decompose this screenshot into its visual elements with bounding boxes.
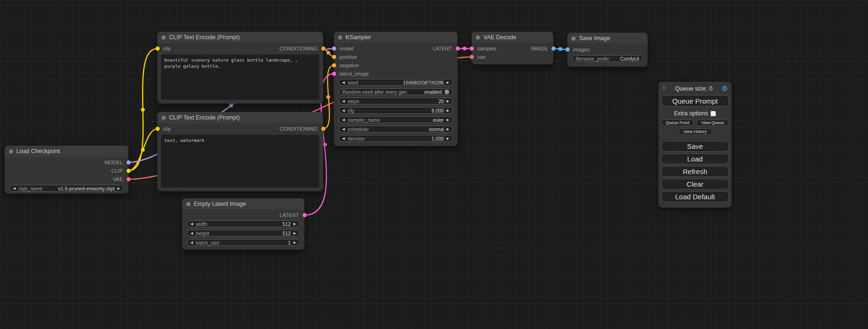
refresh-button[interactable]: Refresh <box>661 166 729 177</box>
node-ksampler[interactable]: KSampler model LATENT positive negative … <box>334 32 458 146</box>
node-title-bar[interactable]: VAE Decode <box>472 32 553 43</box>
negative-prompt-textarea[interactable]: text, watermark <box>161 135 319 188</box>
slot-label: CONDITIONING <box>280 126 318 132</box>
latent-output-port[interactable] <box>456 47 460 51</box>
link-midpoint-dot <box>141 108 145 112</box>
node-title-bar[interactable]: Save Image <box>567 33 648 44</box>
widget-denoise[interactable]: ◀ denoise 1.000 ▶ <box>339 135 453 142</box>
node-graph-canvas[interactable]: Load Checkpoint MODEL CLIP VAE ◀ ckpt_na… <box>0 0 868 329</box>
clear-button[interactable]: Clear <box>661 179 729 189</box>
node-title-bar[interactable]: Empty Latent Image <box>182 198 304 210</box>
conditioning-output-port[interactable] <box>321 127 325 131</box>
combo-right-arrow-icon[interactable]: ▶ <box>447 127 449 131</box>
vae-output-port[interactable] <box>127 177 131 182</box>
load-default-button[interactable]: Load Default <box>661 191 729 202</box>
combo-left-arrow-icon[interactable]: ◀ <box>342 118 345 121</box>
clip-input-port[interactable] <box>155 47 160 51</box>
collapse-dot-icon[interactable] <box>572 36 576 41</box>
collapse-dot-icon[interactable] <box>338 35 342 40</box>
node-load-checkpoint[interactable]: Load Checkpoint MODEL CLIP VAE ◀ ckpt_na… <box>5 146 128 194</box>
increment-icon[interactable]: ▶ <box>447 109 449 112</box>
slot-label: CLIP <box>112 168 123 174</box>
toggle-knob-icon[interactable] <box>445 90 449 94</box>
view-history-button[interactable]: View History <box>678 128 712 135</box>
positive-prompt-textarea[interactable]: beautiful scenery nature glass bottle la… <box>161 55 319 100</box>
latent-output-port[interactable] <box>303 213 307 217</box>
combo-right-arrow-icon[interactable]: ▶ <box>447 118 449 121</box>
combo-left-arrow-icon[interactable]: ◀ <box>342 127 345 131</box>
increment-icon[interactable]: ▶ <box>294 241 296 244</box>
combo-right-arrow-icon[interactable]: ▶ <box>118 187 120 190</box>
collapse-dot-icon[interactable] <box>186 202 191 206</box>
increment-icon[interactable]: ▶ <box>447 137 449 140</box>
node-vae-decode[interactable]: VAE Decode samples IMAGE vae <box>472 32 553 64</box>
link-midpoint-dot <box>326 51 330 55</box>
widget-sampler-name[interactable]: ◀ sampler_name euler ▶ <box>339 116 453 123</box>
latent-image-input-port[interactable] <box>332 72 336 76</box>
model-input-port[interactable] <box>332 47 336 51</box>
load-workflow-button[interactable]: Load <box>661 154 729 164</box>
vae-input-port[interactable] <box>470 55 474 59</box>
slot-row-samples-image: samples IMAGE <box>472 44 553 53</box>
queue-front-button[interactable]: Queue Front <box>661 119 694 126</box>
drag-handle-icon[interactable]: ⠿ <box>662 85 666 91</box>
widget-cfg[interactable]: ◀ cfg 8.000 ▶ <box>339 107 453 114</box>
node-title-bar[interactable]: CLIP Text Encode (Prompt) <box>157 112 323 123</box>
slot-label: images <box>573 47 589 52</box>
node-clip-text-encode-positive[interactable]: CLIP Text Encode (Prompt) clip CONDITION… <box>157 32 323 104</box>
node-empty-latent-image[interactable]: Empty Latent Image LATENT ◀ width 512 ▶ … <box>182 198 304 250</box>
increment-icon[interactable]: ▶ <box>294 231 296 235</box>
clip-input-port[interactable] <box>155 127 160 131</box>
decrement-icon[interactable]: ◀ <box>191 231 193 235</box>
conditioning-output-port[interactable] <box>321 47 325 51</box>
collapse-dot-icon[interactable] <box>162 116 166 120</box>
increment-icon[interactable]: ▶ <box>447 81 449 84</box>
increment-icon[interactable]: ▶ <box>294 222 296 225</box>
images-input-port[interactable] <box>565 48 570 52</box>
decrement-icon[interactable]: ◀ <box>342 99 345 103</box>
decrement-icon[interactable]: ◀ <box>191 241 193 244</box>
queue-prompt-button[interactable]: Queue Prompt <box>661 95 729 106</box>
extra-options-checkbox[interactable] <box>711 111 716 116</box>
node-title-bar[interactable]: Load Checkpoint <box>5 146 128 157</box>
widget-batch-size[interactable]: ◀ batch_size 1 ▶ <box>187 239 300 246</box>
node-save-image[interactable]: Save Image images filename_prefix ComfyU… <box>567 33 648 67</box>
decrement-icon[interactable]: ◀ <box>342 81 345 84</box>
collapse-dot-icon[interactable] <box>476 35 480 40</box>
widget-height[interactable]: ◀ height 512 ▶ <box>187 230 300 237</box>
collapse-dot-icon[interactable] <box>9 149 13 154</box>
samples-input-port[interactable] <box>470 47 474 51</box>
node-clip-text-encode-negative[interactable]: CLIP Text Encode (Prompt) clip CONDITION… <box>157 112 323 191</box>
save-workflow-button[interactable]: Save <box>661 141 729 152</box>
collapse-dot-icon[interactable] <box>162 35 166 40</box>
combo-left-arrow-icon[interactable]: ◀ <box>13 187 15 190</box>
slot-label: LATENT <box>433 46 452 51</box>
widget-scheduler[interactable]: ◀ scheduler normal ▶ <box>339 126 453 133</box>
model-output-port[interactable] <box>127 161 131 165</box>
clip-output-port[interactable] <box>127 169 131 173</box>
widget-steps[interactable]: ◀ steps 20 ▶ <box>339 98 453 105</box>
widget-ckpt-name[interactable]: ◀ ckpt_name v1-5-pruned-emaonly.ckpt ▶ <box>9 185 124 192</box>
node-title-bar[interactable]: CLIP Text Encode (Prompt) <box>157 32 323 43</box>
slot-label: CONDITIONING <box>280 46 318 51</box>
widget-seed[interactable]: ◀ seed 156680208700286 ▶ <box>339 79 453 86</box>
view-history-row: View History <box>661 128 729 135</box>
link-midpoint-dot <box>323 143 327 147</box>
positive-input-port[interactable] <box>332 55 336 59</box>
link-clip-to-negative-prompt <box>128 129 157 171</box>
widget-width[interactable]: ◀ width 512 ▶ <box>187 220 300 227</box>
view-queue-button[interactable]: View Queue <box>696 119 729 126</box>
widget-label: steps <box>347 98 359 104</box>
decrement-icon[interactable]: ◀ <box>342 137 345 140</box>
decrement-icon[interactable]: ◀ <box>342 109 345 112</box>
settings-gear-icon[interactable]: ⚙ <box>722 85 728 92</box>
negative-input-port[interactable] <box>332 63 336 68</box>
image-output-port[interactable] <box>551 47 556 51</box>
output-slot-vae: VAE <box>5 175 128 183</box>
widget-filename-prefix[interactable]: filename_prefix ComfyUI <box>572 55 643 62</box>
extra-options-label: Extra options <box>674 110 708 117</box>
node-title-bar[interactable]: KSampler <box>334 32 458 43</box>
widget-random-seed-toggle[interactable]: Random seed after every gen enabled <box>339 88 453 95</box>
increment-icon[interactable]: ▶ <box>447 99 449 103</box>
decrement-icon[interactable]: ◀ <box>191 222 193 225</box>
